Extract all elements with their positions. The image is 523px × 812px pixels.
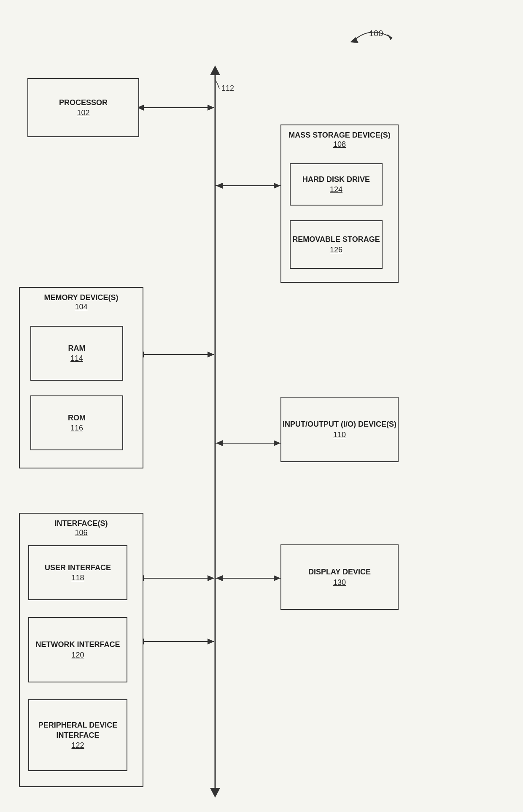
svg-text:112: 112 (221, 84, 234, 92)
processor-label: PROCESSOR (59, 98, 108, 108)
svg-marker-4 (208, 105, 214, 111)
ram-label: RAM (68, 344, 86, 353)
svg-marker-11 (274, 183, 280, 189)
hard-disk-drive-box: HARD DISK DRIVE 124 (290, 163, 383, 206)
peripheral-interface-number: 122 (71, 741, 84, 750)
svg-marker-10 (216, 183, 223, 189)
rom-box: ROM 116 (30, 395, 123, 450)
user-interface-label: USER INTERFACE (45, 563, 111, 573)
network-interface-box: NETWORK INTERFACE 120 (28, 617, 127, 682)
diagram-container: 112 100 PROCESSOR 102 MEMORY DEVICE(S) 1… (0, 0, 523, 812)
user-interface-number: 118 (71, 574, 84, 582)
mass-storage-number: 108 (333, 140, 346, 149)
io-devices-number: 110 (333, 430, 346, 439)
rom-label: ROM (68, 413, 86, 423)
ram-box: RAM 114 (30, 326, 123, 381)
rom-number: 116 (70, 424, 83, 433)
interfaces-number: 106 (75, 528, 87, 537)
svg-marker-22 (208, 639, 214, 644)
mass-storage-outer-box: MASS STORAGE DEVICE(S) 108 HARD DISK DRI… (280, 125, 399, 283)
svg-marker-14 (274, 440, 280, 446)
interfaces-label: INTERFACE(S) (55, 519, 108, 528)
memory-devices-label: MEMORY DEVICE(S) (44, 293, 118, 302)
processor-number: 102 (77, 108, 89, 117)
svg-marker-7 (208, 352, 214, 357)
user-interface-box: USER INTERFACE 118 (28, 545, 127, 600)
svg-marker-16 (208, 575, 214, 581)
mass-storage-label: MASS STORAGE DEVICE(S) (288, 131, 391, 139)
display-device-label: DISPLAY DEVICE (308, 567, 371, 577)
io-devices-box: INPUT/OUTPUT (I/O) DEVICE(S) 110 (280, 397, 399, 462)
svg-marker-13 (216, 440, 223, 446)
peripheral-interface-label: PERIPHERAL DEVICE INTERFACE (29, 720, 127, 740)
display-device-box: DISPLAY DEVICE 130 (280, 544, 399, 610)
svg-marker-2 (210, 788, 220, 798)
svg-marker-1 (210, 65, 220, 75)
memory-devices-number: 104 (75, 303, 87, 311)
network-interface-number: 120 (71, 651, 84, 660)
ram-number: 114 (70, 354, 83, 363)
svg-marker-20 (274, 575, 280, 581)
peripheral-interface-box: PERIPHERAL DEVICE INTERFACE 122 (28, 699, 127, 771)
io-devices-label: INPUT/OUTPUT (I/O) DEVICE(S) (283, 420, 396, 429)
ref-number-label: 100 (369, 29, 383, 38)
network-interface-label: NETWORK INTERFACE (36, 640, 120, 650)
removable-storage-box: REMOVABLE STORAGE 126 (290, 220, 383, 269)
interfaces-outer-box: INTERFACE(S) 106 USER INTERFACE 118 NETW… (19, 513, 143, 787)
svg-marker-19 (216, 575, 223, 581)
removable-storage-number: 126 (330, 246, 342, 254)
display-device-number: 130 (333, 578, 346, 587)
hard-disk-drive-label: HARD DISK DRIVE (302, 175, 370, 184)
memory-devices-outer-box: MEMORY DEVICE(S) 104 RAM 114 ROM 116 (19, 287, 143, 468)
removable-storage-label: REMOVABLE STORAGE (292, 235, 380, 244)
processor-box: PROCESSOR 102 (27, 78, 139, 137)
hard-disk-drive-number: 124 (330, 185, 342, 194)
